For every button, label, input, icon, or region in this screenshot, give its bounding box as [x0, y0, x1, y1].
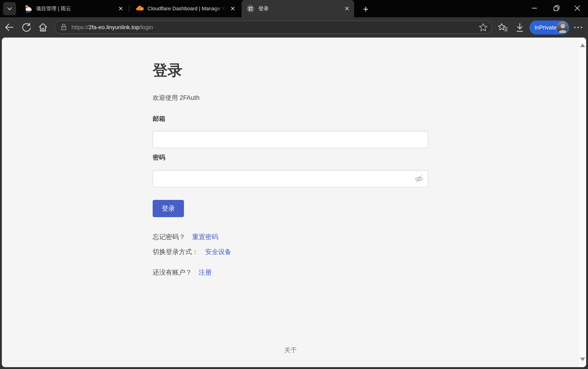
qr-code-favicon	[246, 4, 255, 13]
new-tab-button[interactable]: +	[361, 4, 371, 14]
avatar	[557, 21, 568, 34]
eye-slash-icon	[414, 174, 424, 183]
tab-cloudflare[interactable]: Cloudflare Dashboard | Manage Yo ✕	[131, 0, 240, 17]
tab-actions-menu-button[interactable]	[3, 2, 16, 15]
no-account-text: 还没有账户？	[153, 269, 192, 276]
chevron-down-icon	[6, 5, 13, 13]
back-button[interactable]	[3, 21, 15, 33]
tab-close-icon[interactable]: ✕	[228, 6, 240, 12]
settings-menu-button[interactable]: ···	[572, 21, 585, 34]
plus-icon: +	[363, 4, 368, 14]
home-icon	[38, 22, 48, 32]
scroll-up-arrow-icon[interactable]	[580, 44, 585, 47]
favorites-button[interactable]	[496, 21, 509, 34]
tab-strip: 项目管理 | 雨云 ✕ Cloudflare Dashboard | Manag…	[0, 0, 588, 17]
tab-close-icon[interactable]: ✕	[116, 6, 128, 12]
reload-button[interactable]	[20, 21, 32, 33]
browser-toolbar: https://2fa-eo.linyunlink.top/login InPr…	[0, 17, 588, 38]
tab-close-icon[interactable]: ✕	[342, 6, 354, 12]
about-link[interactable]: 关于	[284, 347, 297, 354]
window-minimize-button[interactable]	[525, 0, 544, 16]
url-scheme: https://	[72, 24, 89, 30]
tab-rainyun[interactable]: 项目管理 | 雨云 ✕	[19, 0, 128, 17]
ellipsis-icon: ···	[574, 26, 584, 29]
login-button[interactable]: 登录	[153, 200, 184, 217]
window-restore-button[interactable]	[547, 0, 566, 16]
register-link[interactable]: 注册	[199, 269, 212, 276]
downloads-button[interactable]	[514, 21, 526, 34]
password-label: 密码	[153, 153, 165, 162]
page-scrollbar[interactable]	[579, 38, 586, 367]
tab-title: 登录	[258, 5, 342, 12]
page-title: 登录	[153, 61, 183, 80]
reload-icon	[21, 22, 32, 32]
weather-rain-favicon	[24, 4, 32, 13]
reset-password-link[interactable]: 重置密码	[192, 233, 218, 240]
address-bar[interactable]: https://2fa-eo.linyunlink.top/login	[54, 20, 492, 34]
scroll-down-arrow-icon[interactable]	[580, 358, 585, 361]
tab-separator	[129, 5, 129, 12]
lock-icon[interactable]	[59, 23, 68, 32]
forgot-password-row: 忘记密码？重置密码	[153, 233, 218, 241]
add-favorite-button[interactable]	[479, 23, 488, 32]
security-device-link[interactable]: 安全设备	[205, 248, 231, 256]
star-icon	[479, 23, 488, 32]
register-row: 还没有账户？注册	[153, 268, 212, 277]
url-text: https://2fa-eo.linyunlink.top/login	[72, 24, 479, 31]
password-field-wrap	[153, 170, 428, 187]
inprivate-profile-badge[interactable]: InPrivate	[529, 20, 569, 34]
inprivate-label: InPrivate	[535, 24, 557, 31]
restore-icon	[553, 5, 560, 12]
login-page: 登录 欢迎使用 2FAuth 邮箱 密码 登录 忘记密码？重置密码	[2, 38, 586, 367]
tab-login-active[interactable]: 登录 ✕	[242, 0, 354, 17]
url-path: /login	[139, 24, 153, 30]
forgot-password-text: 忘记密码？	[153, 233, 185, 240]
tab-title: 项目管理 | 雨云	[36, 5, 116, 12]
star-list-icon	[497, 22, 508, 33]
switch-method-row: 切换登录方式：安全设备	[153, 247, 231, 256]
person-icon	[557, 21, 568, 34]
download-icon	[514, 22, 525, 33]
email-label: 邮箱	[153, 114, 165, 123]
home-button[interactable]	[37, 21, 49, 33]
tab-title: Cloudflare Dashboard | Manage Yo	[147, 6, 228, 12]
browser-window: 项目管理 | 雨云 ✕ Cloudflare Dashboard | Manag…	[0, 0, 588, 369]
page-subtitle: 欢迎使用 2FAuth	[153, 93, 200, 102]
content-frame: 登录 欢迎使用 2FAuth 邮箱 密码 登录 忘记密码？重置密码	[0, 37, 588, 369]
cloudflare-favicon	[135, 4, 144, 13]
page-footer: 关于	[2, 346, 579, 354]
email-field-wrap	[153, 131, 428, 148]
back-arrow-icon	[4, 22, 14, 32]
password-input[interactable]	[153, 170, 428, 187]
url-host: 2fa-eo.linyunlink.top	[89, 24, 140, 30]
window-close-button[interactable]	[568, 0, 587, 16]
email-input[interactable]	[153, 131, 428, 148]
minimize-icon	[531, 5, 538, 12]
toggle-password-visibility-button[interactable]	[414, 174, 424, 183]
close-icon	[574, 5, 581, 12]
switch-method-text: 切换登录方式：	[153, 248, 199, 256]
